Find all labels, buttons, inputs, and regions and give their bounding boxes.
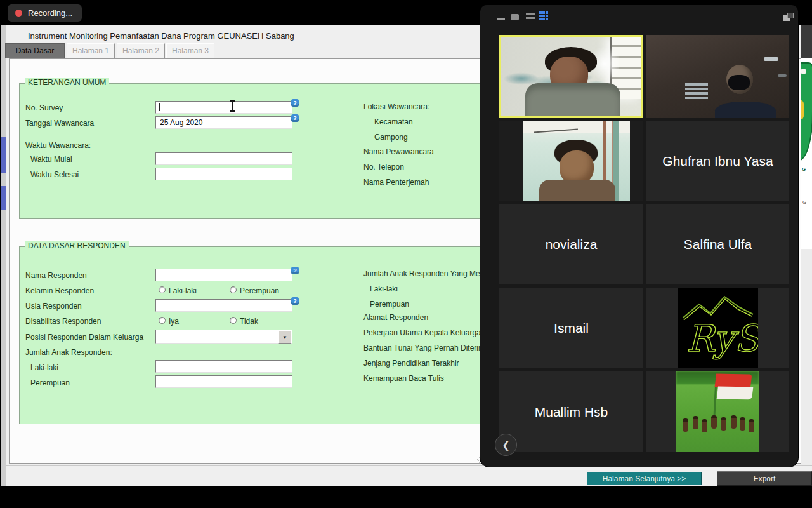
- help-icon[interactable]: ?: [291, 99, 299, 107]
- strip-view-icon-2[interactable]: [526, 17, 535, 19]
- indonesian-flag-white: [717, 387, 754, 400]
- groupbox-title: KETERANGAN UMUM: [25, 78, 109, 87]
- jenjang-label: Jenjang Pendidikan Terakhir: [363, 359, 459, 368]
- runner-figure: [693, 416, 698, 429]
- disabilitas-label: Disabilitas Responden: [25, 317, 101, 326]
- anak-laki-input[interactable]: [155, 360, 292, 373]
- help-icon[interactable]: ?: [291, 267, 299, 274]
- lokasi-label: Lokasi Wawancara:: [363, 102, 429, 111]
- video-tile-portrait-man[interactable]: [499, 121, 643, 201]
- tanggal-input[interactable]: [155, 116, 292, 129]
- participant-tile-ghufran[interactable]: Ghufran Ibnu Yasa: [646, 121, 789, 201]
- usia-input[interactable]: [155, 299, 292, 312]
- background-document-sliver: G G: [801, 58, 812, 249]
- participant-tile-salfina[interactable]: Salfina Ulfa: [646, 204, 789, 284]
- anak-perempuan-input[interactable]: [155, 375, 292, 388]
- exit-minimized-view-icon-2[interactable]: [787, 13, 794, 18]
- pekerjaan-label: Pekerjaan Utama Kepala Keluarga: [363, 328, 481, 337]
- radio-tidak[interactable]: [230, 317, 237, 324]
- waktu-wawancara-label: Waktu Wawancara:: [25, 141, 91, 150]
- export-button[interactable]: Export: [717, 471, 812, 486]
- participant-tile-flag-image[interactable]: [646, 371, 789, 452]
- video-frame: [523, 121, 630, 201]
- waktu-selesai-input[interactable]: [155, 168, 292, 180]
- runner-figure: [749, 419, 754, 432]
- participant-name: Ghufran Ibnu Yasa: [646, 121, 789, 201]
- text-caret: [159, 103, 160, 111]
- background-blue-bar: [1, 137, 6, 173]
- tab-halaman-1[interactable]: Halaman 1: [67, 43, 115, 58]
- tab-halaman-3[interactable]: Halaman 3: [166, 43, 214, 58]
- waktu-selesai-label: Waktu Selesai: [30, 170, 79, 179]
- participant-shirt: [539, 180, 615, 201]
- ibeam-cursor: [232, 101, 233, 111]
- gallery-view-icon[interactable]: [539, 11, 548, 20]
- green-shield-logo: [801, 62, 812, 161]
- participant-tile-muallim[interactable]: Muallim Hsb: [499, 371, 643, 452]
- pewawancara-label: Nama Pewawancara: [363, 147, 434, 156]
- usia-label: Usia Responden: [25, 302, 82, 311]
- no-survey-label: No. Survey: [25, 104, 63, 112]
- no-survey-input[interactable]: [155, 101, 292, 114]
- participant-tile-novializa[interactable]: novializa: [499, 204, 643, 284]
- ibeam-cursor: [230, 110, 235, 112]
- help-icon[interactable]: ?: [291, 297, 299, 305]
- radio-iya[interactable]: [159, 317, 166, 324]
- posisi-label: Posisi Responden Dalam Keluarga: [25, 333, 143, 342]
- radio-iya-label: Iya: [169, 317, 179, 326]
- logo-yellow-shape: [801, 100, 804, 119]
- radio-tidak-label: Tidak: [240, 317, 258, 326]
- previous-page-arrow-button[interactable]: ❮: [495, 434, 517, 456]
- speaker-view-icon[interactable]: [511, 14, 519, 20]
- background-blue-bar: [1, 186, 6, 210]
- nama-responden-label: Nama Responden: [25, 271, 87, 280]
- meeting-toolbar: [480, 5, 798, 30]
- minimize-icon[interactable]: [497, 18, 505, 20]
- participant-name: Muallim Hsb: [499, 371, 643, 452]
- runner-figure: [702, 419, 707, 432]
- participant-name: Ismail: [499, 288, 643, 368]
- tab-halaman-2[interactable]: Halaman 2: [117, 43, 165, 58]
- indonesian-flag-red: [715, 373, 752, 387]
- waktu-mulai-input[interactable]: [155, 152, 292, 165]
- dropdown-arrow-icon[interactable]: ▼: [278, 331, 291, 344]
- runner-figure: [721, 417, 726, 431]
- participant-shirt: [525, 83, 620, 116]
- video-tile-active-speaker[interactable]: [499, 35, 643, 118]
- alamat-label: Alamat Responden: [363, 313, 428, 322]
- radio-perempuan-label: Perempuan: [240, 286, 279, 295]
- penterjemah-label: Nama Penterjemah: [363, 178, 429, 187]
- light-streak: [778, 74, 787, 77]
- runner-figure: [711, 415, 717, 429]
- participant-name: novializa: [499, 204, 643, 284]
- nama-responden-input[interactable]: [155, 269, 292, 281]
- background-window-edge: [1, 25, 6, 486]
- rys-logo: RyS: [678, 288, 758, 368]
- background-window-toolbar: [801, 25, 812, 58]
- help-icon[interactable]: ?: [291, 114, 299, 122]
- jumlah-anak-label: Jumlah Anak Responden:: [25, 348, 112, 357]
- next-page-button[interactable]: Halaman Selanjutnya >>: [587, 472, 702, 485]
- ibeam-cursor: [230, 100, 235, 102]
- kelamin-label: Kelamin Responden: [25, 286, 94, 295]
- tab-data-dasar[interactable]: Data Dasar: [5, 43, 65, 58]
- posisi-dropdown[interactable]: ▼: [155, 330, 292, 344]
- runner-figure: [731, 415, 737, 429]
- flag-runners-image: [676, 371, 759, 452]
- rys-logo-text: RyS: [686, 317, 758, 360]
- radio-laki-laki[interactable]: [159, 286, 166, 293]
- strip-view-icon[interactable]: [526, 13, 535, 15]
- tanggal-label: Tanggal Wawancara: [25, 119, 94, 128]
- r-perempuan-label: Perempuan: [370, 300, 409, 309]
- radio-perempuan[interactable]: [230, 286, 237, 293]
- recording-dot-icon: [15, 10, 22, 17]
- participant-tile-rys-logo[interactable]: RyS: [646, 288, 789, 368]
- anak-perempuan-label: Perempuan: [30, 378, 70, 387]
- participant-tile-ismail[interactable]: Ismail: [499, 288, 643, 368]
- radio-laki-laki-label: Laki-laki: [169, 286, 197, 295]
- light-streak: [764, 57, 778, 61]
- participant-body: [715, 102, 776, 118]
- window-title: Instrument Monitoring Pemanfaatan Dana P…: [28, 31, 294, 41]
- video-tile-masked-person[interactable]: [646, 35, 789, 118]
- runner-figure: [740, 417, 745, 431]
